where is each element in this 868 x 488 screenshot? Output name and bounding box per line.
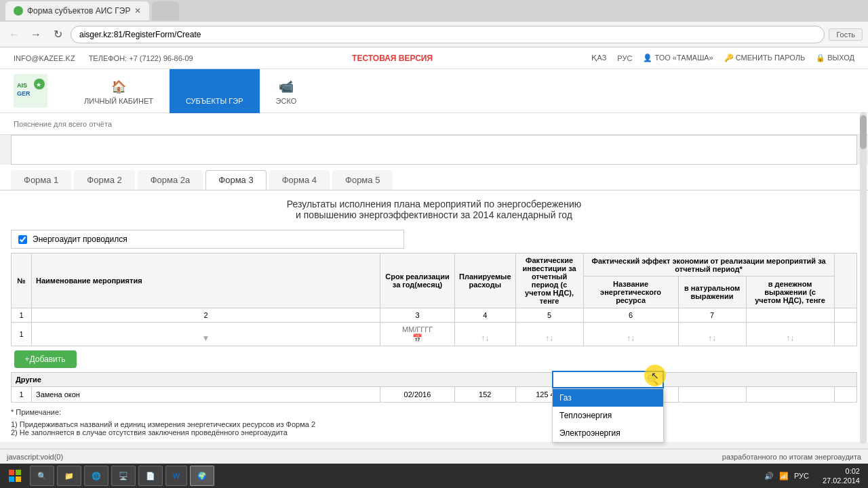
scrollbar-thumb[interactable] (860, 115, 867, 149)
subjects-icon: 👤 (207, 79, 222, 94)
empty-row-name[interactable]: ▼ (32, 323, 380, 346)
dropdown-search-input[interactable] (557, 375, 647, 384)
empty-period-btn[interactable]: 📅 (411, 333, 424, 343)
empty-resource-input[interactable] (588, 325, 674, 333)
empty-money-btn[interactable]: ↑↓ (785, 333, 795, 343)
search-icon: 🔍 (647, 374, 658, 385)
lang-indicator[interactable]: РУС (794, 472, 809, 480)
col-num-1: 1 (12, 308, 32, 323)
empty-row-natural[interactable]: ↑↓ (678, 323, 746, 346)
tab-close-button[interactable]: ✕ (134, 6, 141, 16)
row1-period[interactable]: 02/2016 (380, 387, 454, 403)
taskbar-computer[interactable]: 🖥️ (111, 466, 136, 486)
dropdown-item-electric[interactable]: Электроэнергия (553, 424, 663, 442)
empty-name-dropdown[interactable]: ▼ (201, 333, 212, 343)
logo[interactable]: AIS GER ★ (14, 74, 47, 108)
row1-num: 1 (12, 387, 32, 403)
empty-period-input[interactable] (384, 325, 450, 333)
empty-natural-input[interactable] (683, 325, 742, 333)
network-icon[interactable]: 📶 (779, 472, 789, 481)
th-col8 (834, 253, 856, 308)
row1-planned[interactable]: 152 (454, 387, 515, 403)
empty-natural-btn[interactable]: ↑↓ (707, 333, 717, 343)
browser-tab-bar: Форма субъектов АИС ГЭР ✕ (0, 0, 868, 22)
add-button-cell: +Добавить (12, 346, 857, 373)
col-num-2: 2 (32, 308, 380, 323)
system-clock[interactable]: 0:02 27.02.2014 (817, 466, 865, 486)
info-bar-right: ҚАЗ РУС 👤 ТОО «ТАМАША» 🔑 СМЕНИТЬ ПАРОЛЬ … (591, 54, 854, 62)
th-money: в денежном выражении (с учетом НДС), тен… (746, 277, 834, 308)
energy-audit-checkbox[interactable] (18, 235, 27, 244)
dropdown-item-gas[interactable]: Газ (553, 389, 663, 407)
row1-natural[interactable] (678, 387, 746, 403)
info-bar: INFO@KAZEE.KZ ТЕЛЕФОН: +7 (7122) 96-86-0… (0, 47, 868, 69)
test-version-label: ТЕСТОВАЯ ВЕРСИЯ (352, 54, 433, 63)
taskbar-chrome[interactable]: 🌍 (190, 466, 214, 486)
row1-name[interactable]: Замена окон (32, 387, 380, 403)
dropdown-item-heat[interactable]: Теплоэнергия (553, 407, 663, 424)
logout-link[interactable]: 🔒 ВЫХОД (816, 54, 854, 62)
notes-title: * Примечание: (11, 408, 857, 416)
col-num-4: 4 (454, 308, 515, 323)
start-button[interactable] (3, 464, 27, 488)
taskbar-ie[interactable]: 🌐 (84, 466, 108, 486)
back-button[interactable]: ← (5, 26, 23, 43)
empty-planned-btn[interactable]: ↑↓ (479, 333, 490, 343)
address-bar[interactable] (71, 26, 825, 43)
nav-home[interactable]: 🏠 ЛИЧНЫЙ КАБИНЕТ (68, 69, 170, 113)
taskbar-search[interactable]: 🔍 (30, 466, 54, 486)
inactive-browser-tab[interactable] (152, 1, 179, 20)
volume-icon[interactable]: 🔊 (764, 472, 774, 481)
taskbar-notepad[interactable]: 📄 (138, 466, 163, 486)
empty-money-input[interactable] (751, 325, 830, 333)
note2: 2) Не заполняется в случае отсутствия за… (11, 428, 857, 436)
nav-esko[interactable]: 📹 ЭСКО (260, 69, 313, 113)
lang-kaz-button[interactable]: ҚАЗ (591, 54, 606, 62)
windows-taskbar: 🔍 📁 🌐 🖥️ 📄 W 🌍 🔊 📶 РУС 0:02 27.02.2014 (0, 464, 868, 488)
empty-name-input[interactable] (36, 325, 376, 333)
tab-forma2a[interactable]: Форма 2а (138, 170, 203, 190)
energy-audit-box: Энергоаудит проводился (11, 230, 404, 249)
dropdown-search-box[interactable]: 🔍 (552, 371, 664, 388)
svg-rect-7 (9, 476, 14, 482)
note1: 1) Придерживаться названий и единиц изме… (11, 420, 857, 428)
tab-forma2[interactable]: Форма 2 (74, 170, 134, 190)
empty-investments-btn[interactable]: ↑↓ (544, 333, 555, 343)
empty-planned-input[interactable] (459, 325, 511, 333)
status-url: javascript:void(0) (7, 453, 63, 461)
refresh-button[interactable]: ↻ (49, 26, 66, 43)
row1-money[interactable] (746, 387, 834, 403)
header-nav: AIS GER ★ 🏠 ЛИЧНЫЙ КАБИНЕТ 👤 СУБЪЕКТЫ ГЭ… (0, 69, 868, 113)
empty-row-period[interactable]: 📅 (380, 323, 454, 346)
empty-row-money[interactable]: ↑↓ (746, 323, 834, 346)
th-resource: Название энергетического ресурса (583, 277, 678, 308)
nav-subjects-label: СУБЪЕКТЫ ГЭР (186, 97, 243, 105)
lang-rus-button[interactable]: РУС (617, 54, 632, 62)
description-textarea[interactable] (11, 135, 857, 165)
nav-subjects[interactable]: 👤 СУБЪЕКТЫ ГЭР (170, 69, 260, 113)
change-password-link[interactable]: 🔑 СМЕНИТЬ ПАРОЛЬ (724, 54, 805, 62)
home-icon: 🏠 (111, 79, 126, 94)
empty-row-investments[interactable]: ↑↓ (515, 323, 583, 346)
empty-row-resource[interactable]: ↑↓ (583, 323, 678, 346)
tab-forma4[interactable]: Форма 4 (269, 170, 330, 190)
page-title-area: Результаты исполнения плана мероприятий … (0, 190, 868, 226)
empty-resource-btn[interactable]: ↑↓ (625, 333, 636, 343)
tab-forma1[interactable]: Форма 1 (11, 170, 71, 190)
empty-investments-input[interactable] (520, 325, 579, 333)
active-browser-tab[interactable]: Форма субъектов АИС ГЭР ✕ (5, 1, 149, 20)
tab-forma5[interactable]: Форма 5 (332, 170, 393, 190)
taskbar-explorer[interactable]: 📁 (57, 466, 81, 486)
nav-items: 🏠 ЛИЧНЫЙ КАБИНЕТ 👤 СУБЪЕКТЫ ГЭР 📹 ЭСКО (68, 69, 313, 113)
svg-text:AIS: AIS (17, 82, 27, 89)
taskbar-word[interactable]: W (165, 466, 187, 486)
forward-button[interactable]: → (27, 26, 45, 43)
scrollbar-track[interactable] (860, 112, 867, 444)
email-link[interactable]: INFO@KAZEE.KZ (14, 54, 75, 62)
svg-text:★: ★ (36, 81, 41, 88)
svg-text:GER: GER (17, 90, 31, 97)
tab-forma3[interactable]: Форма 3 (205, 170, 266, 190)
row1-extra (834, 387, 856, 403)
empty-row-planned[interactable]: ↑↓ (454, 323, 515, 346)
add-button[interactable]: +Добавить (14, 350, 77, 368)
